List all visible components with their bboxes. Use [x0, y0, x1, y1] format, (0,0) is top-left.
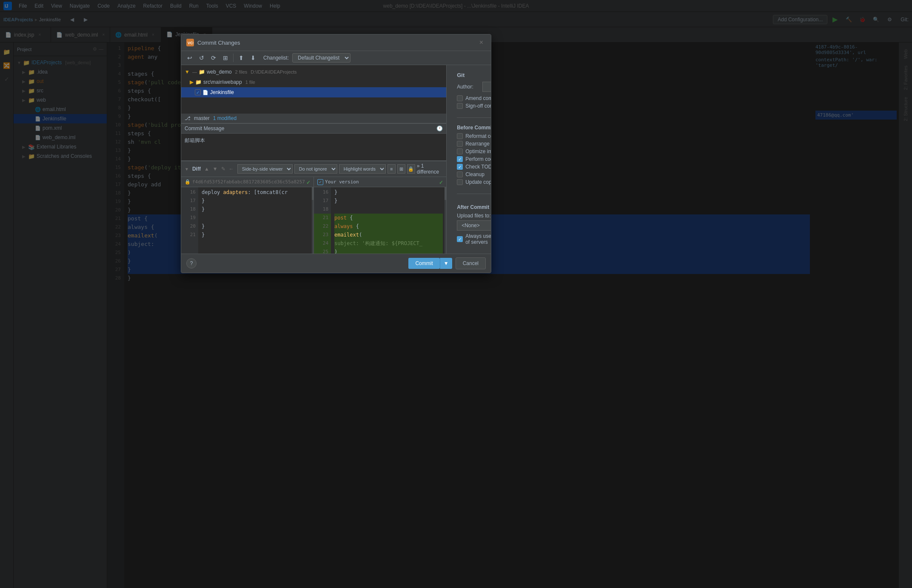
- diff-expand-icon[interactable]: ▼: [185, 167, 189, 171]
- file-tree-src-label: src\main\webapp: [203, 79, 242, 85]
- rearrange-checkbox[interactable]: Rearrange code: [457, 141, 491, 147]
- line-num: 21: [314, 214, 331, 222]
- diff-left-panel: 🔒 f4d6fd53f52fab6abc8817283605cd36c55a82…: [181, 177, 314, 254]
- optimize-check[interactable]: [457, 148, 463, 154]
- check-todo-checkbox[interactable]: ✓ Check TODO (Show All) Configure: [457, 164, 491, 170]
- diff-left-arrow[interactable]: ←: [229, 166, 234, 172]
- reformat-check[interactable]: [457, 133, 463, 139]
- diff-section: ▼ Diff ▲ ▼ ✎ ← Side-by-side viewer Do no…: [181, 161, 446, 254]
- modal-right: Git Author: Amend commit Sign-off commit: [447, 65, 491, 254]
- always-use-label: Always use selected server or group of s…: [465, 233, 491, 245]
- line-num: 24: [314, 239, 331, 248]
- upload-select[interactable]: <None>: [457, 220, 491, 231]
- toolbar-move-down-button[interactable]: ⬇: [248, 53, 258, 63]
- modal-title: Commit Changes: [197, 40, 477, 46]
- sign-off-check[interactable]: [457, 103, 463, 109]
- author-input[interactable]: [482, 82, 491, 92]
- modal-toolbar: ↩ ↺ ⟳ ⊞ ⬆ ⬇ Changelist: Default Changeli…: [181, 51, 491, 65]
- always-use-checkbox[interactable]: ✓ Always use selected server or group of…: [457, 233, 491, 245]
- commit-changes-modal: VCS Commit Changes × ↩ ↺ ⟳ ⊞ ⬆ ⬇ Changel…: [181, 34, 491, 273]
- diff-code-line: }: [202, 231, 310, 239]
- diff-code-line: deploy adapters: [tomcat8(cr: [202, 188, 310, 197]
- help-button[interactable]: ?: [186, 258, 197, 268]
- rearrange-label: Rearrange code: [465, 141, 491, 147]
- diff-code-line: ): [334, 248, 443, 254]
- changelist-label: Changelist:: [263, 55, 289, 61]
- line-num: 21: [181, 231, 198, 239]
- diff-edit-icon[interactable]: ✎: [221, 166, 225, 172]
- check-left-icon: ✓: [307, 179, 310, 186]
- amend-commit-checkbox[interactable]: Amend commit: [457, 95, 491, 101]
- diff-left-header: 🔒 f4d6fd53f52fab6abc8817283605cd36c55a82…: [181, 177, 314, 187]
- todo-label: Check TODO (Show All): [465, 164, 491, 170]
- commit-button[interactable]: Commit: [408, 258, 439, 269]
- cancel-button[interactable]: Cancel: [456, 257, 486, 269]
- diff-code-line: [202, 214, 310, 222]
- optimize-checkbox[interactable]: Optimize imports: [457, 148, 491, 154]
- diff-right-file: Your version: [325, 179, 359, 185]
- diff-code-line: }: [334, 197, 443, 205]
- diff-icon-btn-3[interactable]: 🔒: [407, 164, 415, 174]
- file-checkbox[interactable]: ✓: [195, 89, 201, 95]
- update-copyright-checkbox[interactable]: Update copyright: [457, 179, 491, 185]
- reformat-checkbox[interactable]: Reformat code: [457, 133, 491, 139]
- clock-icon[interactable]: 🕐: [436, 126, 443, 131]
- diff-icon-btn-1[interactable]: ≡: [388, 164, 396, 174]
- diff-icon-btn-2[interactable]: ⊞: [397, 164, 405, 174]
- svg-text:VCS: VCS: [188, 41, 194, 45]
- section-divider: [457, 117, 491, 118]
- toolbar-separator: [233, 54, 234, 62]
- commit-dropdown-button[interactable]: ▼: [440, 258, 452, 269]
- todo-check[interactable]: ✓: [457, 164, 463, 170]
- toolbar-undo-button[interactable]: ↩: [185, 53, 195, 63]
- always-use-check[interactable]: ✓: [457, 236, 463, 242]
- diff-down-arrow[interactable]: ▼: [213, 166, 218, 172]
- diff-ignore-select[interactable]: Do not ignore: [294, 164, 337, 174]
- modal-title-icon: VCS: [186, 39, 194, 46]
- amend-check[interactable]: [457, 95, 463, 101]
- perform-analysis-checkbox[interactable]: ✓ Perform code analysis: [457, 156, 491, 162]
- after-commit-label: After Commit: [457, 204, 491, 210]
- toolbar-expand-button[interactable]: ⊞: [220, 53, 231, 63]
- perform-check[interactable]: ✓: [457, 156, 463, 162]
- rearrange-check[interactable]: [457, 141, 463, 147]
- diff-up-arrow[interactable]: ▲: [204, 166, 209, 172]
- sign-off-checkbox[interactable]: Sign-off commit: [457, 103, 491, 109]
- scrollbar-thumb: [445, 187, 446, 200]
- line-num: 19: [181, 214, 198, 222]
- diff-right-code: } } post { always { emailext( subject: '…: [331, 187, 446, 254]
- file-tree-root[interactable]: ▼ — 📁 web_demo 2 files D:\IDEA\IDEAProje…: [181, 67, 446, 77]
- toolbar-move-up-button[interactable]: ⬆: [236, 53, 246, 63]
- diff-right-checkbox[interactable]: ✓: [317, 179, 323, 185]
- section-divider-2: [457, 194, 491, 194]
- cleanup-check[interactable]: [457, 171, 463, 177]
- diff-code-line: [334, 205, 443, 214]
- file-tree-src[interactable]: ▶ 📁 src\main\webapp 1 file: [181, 77, 446, 87]
- changelist-select[interactable]: Default Changelist: [292, 53, 351, 63]
- diff-right-panel: ✓ Your version ✓ 16 17 18 21 22: [314, 177, 446, 254]
- copyright-check[interactable]: [457, 179, 463, 185]
- reformat-label: Reformat code: [465, 133, 491, 139]
- modal-left: ▼ — 📁 web_demo 2 files D:\IDEA\IDEAProje…: [181, 65, 447, 254]
- line-num: 16: [181, 188, 198, 197]
- commit-message-label: Commit Message: [185, 126, 224, 131]
- diff-code-line: }: [202, 205, 310, 214]
- diff-viewer-select[interactable]: Side-by-side viewer: [237, 164, 293, 174]
- diff-right-scrollbar: [445, 187, 446, 254]
- toolbar-refresh-button[interactable]: ⟳: [208, 53, 219, 63]
- file-count: 2 files: [235, 69, 248, 74]
- folder-icon: 📁: [195, 79, 202, 85]
- commit-message-input[interactable]: [181, 134, 446, 159]
- git-section-label: Git: [457, 72, 491, 78]
- diff-left-file: f4d6fd53f52fab6abc8817283605cd36c55a8257: [192, 179, 305, 185]
- modal-title-bar: VCS Commit Changes ×: [181, 34, 491, 51]
- diff-highlight-select[interactable]: Highlight words: [339, 164, 386, 174]
- diff-code-line: post {: [334, 214, 443, 222]
- diff-controls: Side-by-side viewer Do not ignore Highli…: [237, 163, 443, 175]
- modal-close-button[interactable]: ×: [477, 38, 486, 47]
- diff-code-line: }: [202, 197, 310, 205]
- file-tree-jenkinsfile[interactable]: ✓ 📄 Jenkinsfile: [181, 87, 446, 97]
- toolbar-redo-button[interactable]: ↺: [197, 53, 207, 63]
- cleanup-checkbox[interactable]: Cleanup: [457, 171, 491, 177]
- commit-message-area: Commit Message 🕐: [181, 123, 446, 161]
